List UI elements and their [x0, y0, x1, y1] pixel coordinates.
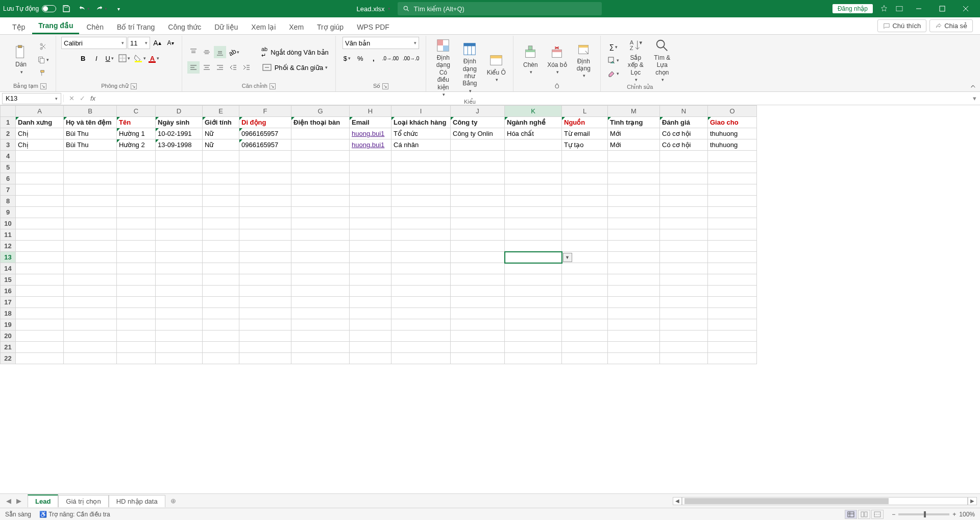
cell[interactable] [64, 330, 117, 342]
cell[interactable] [608, 162, 660, 173]
cell[interactable] [239, 319, 291, 330]
cell[interactable] [64, 286, 117, 297]
cell[interactable] [391, 229, 451, 241]
cell[interactable] [451, 207, 505, 218]
cell[interactable] [451, 151, 505, 162]
align-center-icon[interactable] [201, 61, 213, 74]
align-top-icon[interactable] [187, 46, 200, 58]
cell[interactable] [16, 263, 64, 274]
cell[interactable] [203, 218, 239, 229]
cell[interactable] [562, 274, 608, 286]
row-header[interactable]: 4 [1, 151, 16, 162]
cell[interactable] [708, 241, 757, 252]
cell[interactable] [291, 308, 350, 319]
increase-font-icon[interactable]: A▴ [151, 37, 163, 49]
cell[interactable] [291, 184, 350, 196]
increase-decimal-icon[interactable]: .0→.00 [381, 52, 400, 64]
cell[interactable] [16, 151, 64, 162]
cell[interactable] [350, 184, 391, 196]
cell[interactable] [451, 342, 505, 353]
hscroll-left-icon[interactable]: ◀ [673, 497, 682, 505]
conditional-formatting-button[interactable]: Định dạng Có điều kiện▾ [431, 37, 455, 99]
comma-format-icon[interactable]: , [368, 52, 380, 64]
cell[interactable] [350, 241, 391, 252]
cancel-formula-icon[interactable]: ✕ [69, 94, 75, 102]
column-header[interactable]: I [391, 106, 451, 117]
cell[interactable] [708, 229, 757, 241]
row-header[interactable]: 22 [1, 353, 16, 364]
cell[interactable] [203, 162, 239, 173]
cell[interactable] [239, 330, 291, 342]
cell[interactable] [291, 196, 350, 207]
cell[interactable] [505, 286, 562, 297]
cell[interactable] [203, 151, 239, 162]
cell[interactable] [562, 342, 608, 353]
row-header[interactable]: 14 [1, 263, 16, 274]
column-header[interactable]: M [608, 106, 660, 117]
cell[interactable] [239, 263, 291, 274]
column-header[interactable]: B [64, 106, 117, 117]
cell[interactable] [562, 218, 608, 229]
row-header[interactable]: 17 [1, 297, 16, 308]
cell[interactable] [608, 184, 660, 196]
cell[interactable] [451, 218, 505, 229]
cell[interactable] [708, 263, 757, 274]
cell[interactable]: Hường 1 [117, 128, 156, 139]
cell[interactable]: 10-02-1991 [156, 128, 203, 139]
save-icon[interactable] [59, 2, 74, 16]
cell[interactable]: Tổ chức [391, 128, 451, 139]
autosum-icon[interactable]: ∑▾ [606, 41, 621, 53]
cell[interactable] [16, 274, 64, 286]
cell[interactable] [660, 274, 708, 286]
cell[interactable] [117, 286, 156, 297]
cell[interactable] [291, 263, 350, 274]
cell[interactable] [391, 252, 451, 263]
coming-soon-icon[interactable] [877, 2, 891, 16]
cell[interactable] [291, 252, 350, 263]
cell[interactable] [562, 263, 608, 274]
signin-button[interactable]: Đăng nhập [832, 4, 873, 13]
cell[interactable] [16, 173, 64, 184]
status-accessibility[interactable]: ♿ Trợ năng: Cần điều tra [39, 511, 110, 518]
align-right-icon[interactable] [214, 61, 226, 74]
cell[interactable] [64, 173, 117, 184]
cell[interactable] [291, 151, 350, 162]
cell[interactable] [16, 252, 64, 263]
cell[interactable] [660, 252, 708, 263]
cell[interactable] [117, 330, 156, 342]
percent-format-icon[interactable]: % [354, 52, 366, 64]
cell[interactable] [708, 151, 757, 162]
cell[interactable] [708, 342, 757, 353]
cell[interactable] [708, 184, 757, 196]
row-header[interactable]: 7 [1, 184, 16, 196]
cell[interactable]: Công ty [451, 117, 505, 128]
cell[interactable] [562, 297, 608, 308]
enter-formula-icon[interactable]: ✓ [80, 94, 85, 102]
cell[interactable] [350, 319, 391, 330]
cell[interactable] [156, 263, 203, 274]
cell[interactable] [451, 353, 505, 364]
row-header[interactable]: 11 [1, 229, 16, 241]
cell[interactable] [156, 330, 203, 342]
cell[interactable] [608, 241, 660, 252]
cell[interactable]: Ngành nghề [505, 117, 562, 128]
ribbon-mode-icon[interactable] [892, 2, 906, 16]
cell[interactable]: Mới [608, 139, 660, 151]
cell[interactable] [203, 173, 239, 184]
cell[interactable] [291, 162, 350, 173]
cell[interactable] [350, 342, 391, 353]
cell[interactable] [291, 207, 350, 218]
cell[interactable] [239, 207, 291, 218]
new-sheet-icon[interactable]: ⊕ [165, 495, 181, 507]
cell[interactable] [391, 184, 451, 196]
cell[interactable]: Cá nhân [391, 139, 451, 151]
cell[interactable] [660, 353, 708, 364]
format-painter-icon[interactable] [36, 67, 51, 79]
cell[interactable] [291, 319, 350, 330]
cell[interactable] [64, 308, 117, 319]
cell[interactable] [64, 263, 117, 274]
cell[interactable] [239, 218, 291, 229]
cell[interactable] [291, 297, 350, 308]
cell[interactable] [505, 330, 562, 342]
cell[interactable] [203, 353, 239, 364]
